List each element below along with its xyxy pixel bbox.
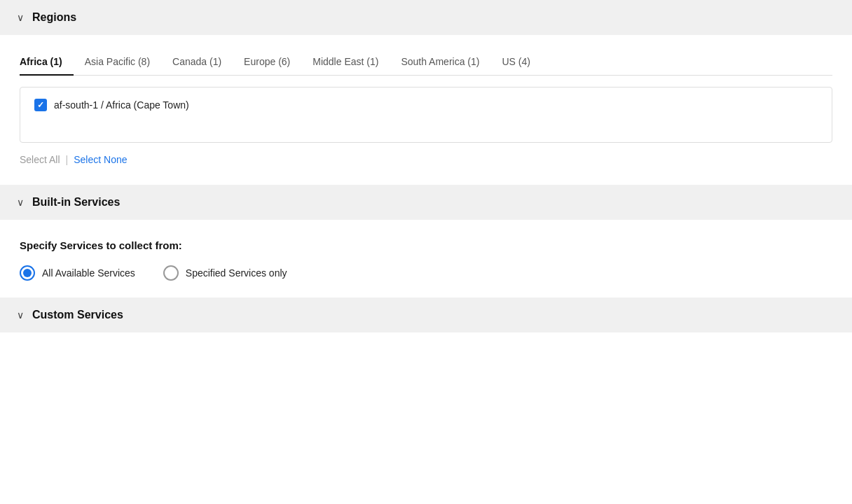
tab-us[interactable]: US (4) xyxy=(490,49,541,76)
region-checkbox-label: af-south-1 / Africa (Cape Town) xyxy=(54,99,189,111)
radio-all-available-circle[interactable] xyxy=(20,265,35,281)
services-radio-group: All Available Services Specified Service… xyxy=(20,265,832,281)
regions-section-title: Regions xyxy=(32,11,76,24)
region-checkbox[interactable]: ✓ xyxy=(34,99,47,111)
tab-europe[interactable]: Europe (6) xyxy=(233,49,301,76)
region-tabs: Africa (1) Asia Pacific (8) Canada (1) E… xyxy=(20,49,832,76)
select-all-button[interactable]: Select All xyxy=(20,154,60,165)
radio-specified-only-circle[interactable] xyxy=(163,265,179,281)
select-controls: Select All | Select None xyxy=(20,154,832,165)
regions-chevron-icon: ∨ xyxy=(17,12,24,23)
radio-specified-only[interactable]: Specified Services only xyxy=(163,265,287,281)
built-in-services-section-title: Built-in Services xyxy=(32,196,120,209)
specify-services-label: Specify Services to collect from: xyxy=(20,239,832,251)
custom-services-chevron-icon: ∨ xyxy=(17,309,24,321)
specify-services-content: Specify Services to collect from: All Av… xyxy=(0,220,852,298)
tab-canada[interactable]: Canada (1) xyxy=(161,49,233,76)
radio-all-available[interactable]: All Available Services xyxy=(20,265,135,281)
region-checkbox-container: ✓ af-south-1 / Africa (Cape Town) xyxy=(20,87,832,143)
radio-specified-only-label: Specified Services only xyxy=(186,267,287,279)
regions-content: Africa (1) Asia Pacific (8) Canada (1) E… xyxy=(0,35,852,185)
tab-middle-east[interactable]: Middle East (1) xyxy=(301,49,390,76)
select-none-button[interactable]: Select None xyxy=(74,154,127,165)
checkmark-icon: ✓ xyxy=(37,101,44,109)
tab-south-america[interactable]: South America (1) xyxy=(390,49,490,76)
tab-asia-pacific[interactable]: Asia Pacific (8) xyxy=(74,49,161,76)
custom-services-section-title: Custom Services xyxy=(32,309,123,321)
regions-section-header[interactable]: ∨ Regions xyxy=(0,0,852,35)
region-checkbox-item[interactable]: ✓ af-south-1 / Africa (Cape Town) xyxy=(34,99,818,111)
custom-services-section-header[interactable]: ∨ Custom Services xyxy=(0,298,852,332)
built-in-services-section-header[interactable]: ∨ Built-in Services xyxy=(0,185,852,220)
radio-all-available-label: All Available Services xyxy=(42,267,135,279)
pipe-divider: | xyxy=(66,154,69,165)
built-in-services-chevron-icon: ∨ xyxy=(17,197,24,208)
tab-africa[interactable]: Africa (1) xyxy=(20,49,74,76)
